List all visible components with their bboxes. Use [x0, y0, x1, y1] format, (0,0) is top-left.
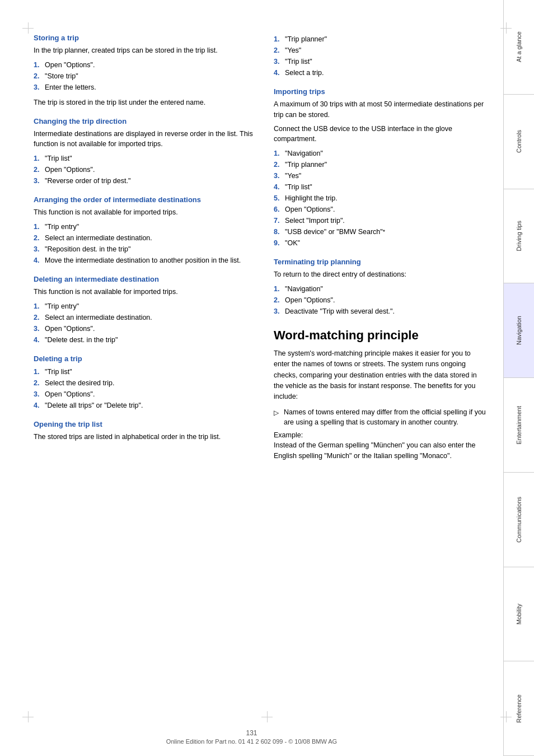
deleting-trip-steps: 1."Trip list" 2.Select the desired trip.…	[34, 366, 257, 411]
list-item: 1."Navigation"	[274, 283, 486, 295]
word-matching-bullet-text: Names of towns entered may differ from t…	[284, 407, 486, 428]
list-item: 1."Trip entry"	[34, 221, 257, 232]
sidebar-item-communications[interactable]: Communications	[504, 473, 534, 567]
sidebar: At a glance Controls Driving tips Naviga…	[503, 0, 534, 756]
list-item: 4."Delete all trips" or "Delete trip".	[34, 400, 257, 411]
storing-trip-section: Storing a trip In the trip planner, crea…	[34, 34, 257, 108]
terminating-intro: To return to the direct entry of destina…	[274, 269, 486, 280]
terminating-section: Terminating trip planning To return to t…	[274, 258, 486, 317]
deleting-intermediate-steps: 1."Trip entry" 2.Select an intermediate …	[34, 301, 257, 346]
list-item: 2."Yes"	[274, 45, 486, 56]
example-text: Instead of the German spelling "München"…	[274, 440, 486, 461]
edition-text: Online Edition for Part no. 01 41 2 602 …	[0, 738, 503, 745]
list-item: 1."Trip entry"	[34, 301, 257, 312]
deleting-trip-heading: Deleting a trip	[34, 354, 257, 363]
importing-trips-intro2: Connect the USB device to the USB interf…	[274, 124, 486, 145]
footer: 131 Online Edition for Part no. 01 41 2 …	[0, 729, 503, 745]
importing-trips-steps: 1."Navigation" 2."Trip planner" 3."Yes" …	[274, 148, 486, 249]
list-item: 1."Navigation"	[274, 148, 486, 159]
changing-trip-heading: Changing the trip direction	[34, 117, 257, 125]
arranging-intro: This function is not available for impor…	[34, 207, 257, 218]
bullet-arrow-icon: ▷	[274, 408, 280, 428]
word-matching-bullet: ▷ Names of towns entered may differ from…	[274, 407, 486, 428]
importing-trips-section: Importing trips A maximum of 30 trips wi…	[274, 87, 486, 249]
list-item: 6.Open "Options".	[274, 204, 486, 215]
list-item: 3.Enter the letters.	[34, 82, 257, 93]
changing-trip-steps: 1."Trip list" 2.Open "Options". 3."Rever…	[34, 153, 257, 186]
sidebar-item-entertainment[interactable]: Entertainment	[504, 378, 534, 473]
main-content: Storing a trip In the trip planner, crea…	[0, 0, 503, 506]
sidebar-item-at-a-glance[interactable]: At a glance	[504, 0, 534, 95]
list-item: 4."Delete dest. in the trip"	[34, 334, 257, 346]
list-item: 1."Trip planner"	[274, 34, 486, 45]
list-item: 1."Trip list"	[34, 366, 257, 377]
list-item: 7.Select "Import trip".	[274, 215, 486, 226]
storing-trip-intro: In the trip planner, created trips can b…	[34, 45, 257, 56]
list-item: 3."Yes"	[274, 170, 486, 181]
page-container: At a glance Controls Driving tips Naviga…	[0, 0, 534, 756]
opening-steps: 1."Trip planner" 2."Yes" 3."Trip list" 4…	[274, 34, 486, 78]
list-item: 3."Reposition dest. in the trip"	[34, 244, 257, 255]
list-item: 2.Select the desired trip.	[34, 377, 257, 389]
deleting-intermediate-section: Deleting an intermediate destination Thi…	[34, 275, 257, 346]
list-item: 2.Open "Options".	[274, 295, 486, 306]
storing-trip-steps: 1.Open "Options". 2."Store trip" 3.Enter…	[34, 59, 257, 93]
example-label: Example:	[274, 431, 486, 439]
list-item: 4.Move the intermediate destination to a…	[34, 255, 257, 266]
changing-trip-section: Changing the trip direction Intermediate…	[34, 117, 257, 187]
arranging-section: Arranging the order of intermediate dest…	[34, 195, 257, 266]
sidebar-item-reference[interactable]: Reference	[504, 661, 534, 756]
list-item: 5.Highlight the trip.	[274, 193, 486, 204]
changing-trip-intro: Intermediate destinations are displayed …	[34, 129, 257, 150]
list-item: 3.Open "Options".	[34, 323, 257, 334]
importing-trips-heading: Importing trips	[274, 87, 486, 96]
list-item: 2."Trip planner"	[274, 159, 486, 170]
list-item: 8."USB device" or "BMW Search"*	[274, 226, 486, 237]
sidebar-item-controls[interactable]: Controls	[504, 95, 534, 189]
list-item: 3.Deactivate "Trip with several dest.".	[274, 306, 486, 317]
storing-trip-note: The trip is stored in the trip list unde…	[34, 97, 257, 108]
list-item: 3."Trip list"	[274, 56, 486, 67]
opening-trip-text: The stored trips are listed in alphabeti…	[34, 432, 257, 442]
crosshair-bottom-center	[261, 711, 273, 722]
word-matching-heading: Word-matching principle	[274, 328, 486, 343]
sidebar-item-mobility[interactable]: Mobility	[504, 567, 534, 662]
list-item: 1."Trip list"	[34, 153, 257, 164]
opening-trip-heading: Opening the trip list	[34, 420, 257, 428]
deleting-trip-section: Deleting a trip 1."Trip list" 2.Select t…	[34, 354, 257, 411]
list-item: 4.Select a trip.	[274, 67, 486, 78]
list-item: 3."Reverse order of trip dest."	[34, 175, 257, 186]
list-item: 3.Open "Options".	[34, 389, 257, 400]
word-matching-text: The system's word-matching principle mak…	[274, 348, 486, 403]
list-item: 4."Trip list"	[274, 181, 486, 193]
word-matching-section: Word-matching principle The system's wor…	[274, 328, 486, 461]
terminating-steps: 1."Navigation" 2.Open "Options". 3.Deact…	[274, 283, 486, 317]
sidebar-item-driving-tips[interactable]: Driving tips	[504, 189, 534, 284]
list-item: 2."Store trip"	[34, 71, 257, 82]
deleting-intermediate-intro: This function is not available for impor…	[34, 287, 257, 297]
opening-trip-section: Opening the trip list The stored trips a…	[34, 420, 257, 442]
sidebar-item-navigation[interactable]: Navigation	[504, 283, 534, 378]
page-number: 131	[0, 729, 503, 737]
list-item: 9."OK"	[274, 237, 486, 249]
deleting-intermediate-heading: Deleting an intermediate destination	[34, 275, 257, 283]
crosshair-bottom-left	[22, 711, 34, 722]
arranging-steps: 1."Trip entry" 2.Select an intermediate …	[34, 221, 257, 266]
right-column: 1."Trip planner" 2."Yes" 3."Trip list" 4…	[274, 34, 486, 461]
terminating-heading: Terminating trip planning	[274, 258, 486, 266]
list-item: 2.Select an intermediate destination.	[34, 312, 257, 323]
crosshair-top-left	[22, 22, 34, 34]
left-column: Storing a trip In the trip planner, crea…	[34, 34, 257, 461]
importing-trips-intro1: A maximum of 30 trips with at most 50 in…	[274, 99, 486, 120]
storing-trip-heading: Storing a trip	[34, 34, 257, 42]
arranging-heading: Arranging the order of intermediate dest…	[34, 195, 257, 204]
list-item: 2.Open "Options".	[34, 164, 257, 175]
list-item: 2.Select an intermediate destination.	[34, 232, 257, 244]
list-item: 1.Open "Options".	[34, 59, 257, 71]
